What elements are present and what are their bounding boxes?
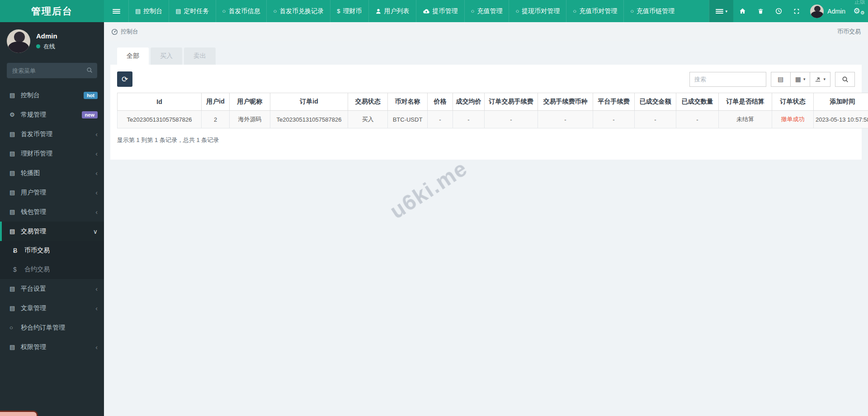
chevron-left-icon: ‹	[95, 344, 98, 351]
navbar-item-label: 提现币对管理	[522, 7, 560, 15]
sidebar-item[interactable]: ▤轮播图‹	[0, 163, 104, 183]
chevron-left-icon: ‹	[95, 170, 98, 177]
sidebar: Admin 在线 ▤控制台hot⚙常规管理new▤首发币管理‹▤理财币管理‹▤轮…	[0, 22, 104, 416]
dashboard-icon	[111, 28, 118, 35]
sidebar-item-label: 控制台	[21, 91, 84, 99]
navbar-menu-dropdown-button[interactable]: ▾	[709, 0, 733, 22]
navbar-item[interactable]: $理财币	[330, 0, 368, 22]
sidebar-user-panel: Admin 在线	[0, 22, 104, 59]
chevron-left-icon: ‹	[95, 208, 98, 216]
export-dropdown-button[interactable]: ▾	[810, 72, 830, 87]
navbar-item[interactable]: ○首发币信息	[216, 0, 267, 22]
circle-icon: ○	[222, 8, 226, 14]
circle-icon: ○	[471, 8, 475, 14]
sidebar-item[interactable]: ▤钱包管理‹	[0, 202, 104, 222]
circle-icon: ○	[9, 324, 21, 331]
trash-button[interactable]	[751, 0, 769, 22]
expand-button[interactable]	[788, 0, 806, 22]
hamburger-icon	[716, 8, 723, 14]
tab-卖出[interactable]: 卖出	[184, 47, 216, 65]
list-icon: ▤	[9, 285, 21, 292]
gears-icon: ⚙	[9, 111, 21, 118]
table-toolbar: ⟳ ▤ ▦ ▾ ▾	[117, 71, 855, 87]
navbar-item[interactable]: 提币管理	[416, 0, 464, 22]
sidebar-item-label: 平台设置	[21, 285, 95, 293]
navbar-user-name[interactable]: Admin	[827, 8, 845, 15]
sidebar-item[interactable]: ▤权限管理‹	[0, 337, 104, 357]
sidebar-subitem[interactable]: Ƀ币币交易	[0, 241, 104, 260]
sidebar-submenu: Ƀ币币交易$合约交易	[0, 241, 104, 279]
refresh-button[interactable]: ⟳	[117, 71, 132, 87]
navbar-item[interactable]: ○充值币对管理	[566, 0, 623, 22]
toolbar-right: ▤ ▦ ▾ ▾	[689, 72, 855, 87]
tasks-icon: ▤	[175, 8, 181, 14]
table-cell: BTC-USDT	[388, 111, 428, 128]
table-row[interactable]: Te2023051310575878262海外源码Te2023051310575…	[118, 111, 868, 128]
sidebar-item[interactable]: ▤控制台hot	[0, 85, 104, 105]
new-badge: new	[82, 111, 98, 118]
breadcrumb: 控制台 币币交易	[104, 22, 868, 41]
search-button[interactable]	[835, 72, 855, 87]
chevron-down-icon: ▾	[726, 9, 728, 14]
avatar[interactable]	[810, 5, 824, 18]
table-cell: 2023-05-13 10:57:58	[814, 111, 868, 128]
list-icon: ▤	[9, 344, 21, 350]
navbar-item[interactable]: ○充值管理	[464, 0, 509, 22]
sidebar-item-label: 文章管理	[21, 304, 95, 312]
toast-peek	[0, 411, 38, 416]
tab-买入[interactable]: 买入	[151, 47, 182, 65]
navbar-item[interactable]: ○充值币链管理	[623, 0, 681, 22]
search-icon	[86, 67, 93, 73]
sidebar-subitem[interactable]: $合约交易	[0, 260, 104, 279]
sidebar-item[interactable]: ▤文章管理‹	[0, 298, 104, 318]
sidebar-item[interactable]: ▤用户管理‹	[0, 183, 104, 202]
chevron-left-icon: ‹	[95, 131, 98, 138]
table-cell: 2	[202, 111, 230, 128]
grid-icon: ▦	[795, 76, 801, 83]
tab-全部[interactable]: 全部	[117, 47, 149, 65]
table-cell: -	[676, 111, 719, 128]
sidebar-item[interactable]: ▤平台设置‹	[0, 279, 104, 298]
bitcoin-icon: Ƀ	[13, 247, 24, 254]
table-cell: 未结算	[719, 111, 772, 128]
sidebar-item[interactable]: ▤交易管理∨	[0, 222, 104, 241]
sidebar-search	[7, 63, 97, 78]
sidebar-toggle-button[interactable]	[104, 0, 128, 22]
sidebar-item[interactable]: ▤首发币管理‹	[0, 124, 104, 144]
sidebar-menu: ▤控制台hot⚙常规管理new▤首发币管理‹▤理财币管理‹▤轮播图‹▤用户管理‹…	[0, 85, 104, 357]
table-search-input[interactable]	[689, 72, 766, 87]
orders-table: Id用户id用户昵称订单id交易状态币对名称价格成交均价订单交易手续费交易手续费…	[117, 93, 868, 128]
expand-icon	[793, 8, 800, 14]
online-status-dot	[36, 44, 40, 48]
chevron-down-icon: ▾	[823, 77, 826, 81]
toggle-view-button[interactable]: ▤	[771, 72, 791, 87]
chevron-down-icon: ∨	[93, 228, 98, 235]
sidebar-subitem-label: 合约交易	[24, 265, 50, 274]
home-button[interactable]	[733, 0, 751, 22]
sidebar-search-input[interactable]	[7, 63, 97, 78]
history-button[interactable]	[769, 0, 788, 22]
list-icon: ▤	[9, 305, 21, 312]
column-header: 订单交易手续费	[485, 93, 538, 111]
sidebar-item[interactable]: ⚙常规管理new	[0, 105, 104, 124]
navbar-item[interactable]: 用户列表	[368, 0, 416, 22]
column-header: 已成交数量	[676, 93, 719, 111]
sidebar-user-status-label: 在线	[43, 43, 55, 51]
sidebar-item[interactable]: ▤理财币管理‹	[0, 144, 104, 163]
column-header: Id	[118, 93, 202, 111]
breadcrumb-label[interactable]: 控制台	[121, 28, 138, 36]
columns-dropdown-button[interactable]: ▦ ▾	[790, 72, 811, 87]
hamburger-icon	[113, 8, 120, 14]
top-navbar: 管理后台 ▤控制台▤定时任务○首发币信息○首发币兑换记录$理财币用户列表提币管理…	[0, 0, 868, 22]
navbar-item[interactable]: ▤控制台	[128, 0, 169, 22]
navbar-item[interactable]: ▤定时任务	[169, 0, 215, 22]
table-cell: -	[635, 111, 676, 128]
navbar-item[interactable]: ○首发币兑换记录	[266, 0, 330, 22]
navbar-item-label: 用户列表	[384, 7, 410, 15]
navbar-item[interactable]: ○提现币对管理	[509, 0, 566, 22]
circle-icon: ○	[573, 8, 576, 14]
sidebar-item[interactable]: ○秒合约订单管理	[0, 318, 104, 337]
navbar-right: ▾ Admin ⚙⚙	[709, 0, 868, 22]
table-view-button-group: ▤ ▦ ▾ ▾	[771, 72, 830, 87]
navbar-item-label: 提币管理	[433, 7, 458, 15]
